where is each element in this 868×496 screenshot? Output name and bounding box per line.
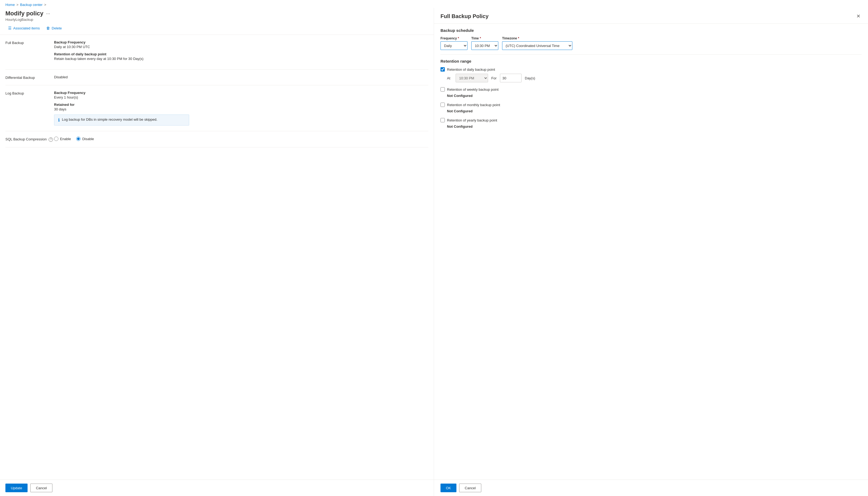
yearly-retention-item: Retention of yearly backup point Not Con… [440, 118, 862, 128]
daily-for-input[interactable] [500, 74, 522, 82]
time-label: Time * [471, 36, 498, 40]
daily-at-select[interactable]: 10:30 PM [455, 74, 488, 82]
differential-disabled-text: Disabled [54, 75, 428, 79]
yearly-not-configured: Not Configured [447, 124, 862, 128]
more-options-button[interactable]: ··· [46, 11, 50, 16]
weekly-check-row: Retention of weekly backup point [440, 87, 862, 92]
weekly-retention-item: Retention of weekly backup point Not Con… [440, 87, 862, 98]
left-header: Modify policy ··· HourlyLogBackup [0, 8, 434, 21]
update-button[interactable]: Update [5, 484, 28, 492]
associated-items-button[interactable]: ☰ Associated items [5, 24, 42, 32]
full-backup-frequency-group: Backup Frequency Daily at 10:30 PM UTC [54, 40, 428, 49]
daily-check-row: Retention of daily backup point [440, 67, 862, 72]
daily-retention-sub-row: At 10:30 PM For Day(s) [447, 74, 862, 82]
timezone-label: Timezone * [502, 36, 572, 40]
log-backup-label: Log Backup [5, 91, 54, 126]
info-icon: ℹ [58, 118, 60, 123]
daily-retention-label: Retention of daily backup point [447, 67, 495, 72]
delete-icon: 🗑 [46, 26, 50, 30]
log-backup-section: Log Backup Backup Frequency Every 1 hour… [5, 85, 428, 131]
log-backup-frequency-group: Backup Frequency Every 1 hour(s) [54, 91, 428, 99]
right-header: Full Backup Policy ✕ [434, 8, 868, 24]
monthly-retention-item: Retention of monthly backup point Not Co… [440, 103, 862, 113]
daily-retention-checkbox[interactable] [440, 67, 445, 72]
disable-radio-item[interactable]: Disable [76, 137, 94, 141]
log-backup-info-box: ℹ Log backup for DBs in simple recovery … [54, 114, 189, 126]
left-footer: Update Cancel [0, 480, 434, 496]
log-backup-retained-group: Retained for 30 days [54, 103, 428, 111]
full-backup-retention-value: Retain backup taken every day at 10:30 P… [54, 57, 428, 61]
breadcrumb-sep1: > [16, 3, 19, 7]
yearly-check-row: Retention of yearly backup point [440, 118, 862, 122]
log-backup-retained-label: Retained for [54, 103, 428, 107]
log-backup-info-text: Log backup for DBs in simple recovery mo… [62, 118, 157, 122]
right-cancel-button[interactable]: Cancel [459, 484, 481, 492]
disable-radio[interactable] [76, 137, 80, 141]
schedule-form-row: Frequency * Daily Weekly Time * [440, 36, 862, 50]
differential-backup-details: Disabled [54, 75, 428, 80]
timezone-field: Timezone * (UTC) Coordinated Universal T… [502, 36, 572, 50]
daily-day-label: Day(s) [525, 76, 535, 80]
monthly-not-configured: Not Configured [447, 109, 862, 113]
time-field: Time * 10:30 PM 10:00 PM 11:00 PM [471, 36, 498, 50]
policy-subtitle: HourlyLogBackup [5, 18, 428, 21]
daily-for-label: For [491, 76, 497, 80]
frequency-label: Frequency * [440, 36, 467, 40]
breadcrumb: Home > Backup center > [0, 0, 868, 8]
full-backup-label: Full Backup [5, 40, 54, 64]
list-icon: ☰ [8, 26, 12, 30]
monthly-retention-label: Retention of monthly backup point [447, 103, 500, 107]
timezone-select[interactable]: (UTC) Coordinated Universal Time [502, 41, 572, 50]
full-backup-frequency-label: Backup Frequency [54, 40, 428, 44]
left-content: Full Backup Backup Frequency Daily at 10… [0, 35, 434, 480]
left-panel: Modify policy ··· HourlyLogBackup ☰ Asso… [0, 8, 434, 496]
breadcrumb-home[interactable]: Home [5, 3, 15, 7]
full-backup-retention-label: Retention of daily backup point [54, 52, 428, 56]
backup-schedule-section: Backup schedule Frequency * Daily Weekly [440, 28, 862, 50]
time-select[interactable]: 10:30 PM 10:00 PM 11:00 PM [471, 41, 498, 50]
enable-radio[interactable] [54, 137, 58, 141]
daily-at-label: At [447, 76, 452, 80]
right-panel-title: Full Backup Policy [440, 13, 489, 19]
yearly-retention-checkbox[interactable] [440, 118, 445, 122]
weekly-retention-label: Retention of weekly backup point [447, 88, 498, 92]
sql-compression-section: SQL Backup Compression ? Enable Disable [5, 131, 428, 148]
log-backup-details: Backup Frequency Every 1 hour(s) Retaine… [54, 91, 428, 126]
right-footer: OK Cancel [434, 480, 868, 496]
daily-retention-item: Retention of daily backup point At 10:30… [440, 67, 862, 82]
right-panel: Full Backup Policy ✕ Backup schedule Fre… [434, 8, 868, 496]
frequency-select[interactable]: Daily Weekly [440, 41, 467, 50]
full-backup-section: Full Backup Backup Frequency Daily at 10… [5, 35, 428, 69]
monthly-check-row: Retention of monthly backup point [440, 103, 862, 107]
ok-button[interactable]: OK [440, 484, 457, 492]
full-backup-details: Backup Frequency Daily at 10:30 PM UTC R… [54, 40, 428, 64]
compression-info-icon[interactable]: ? [49, 137, 53, 142]
yearly-retention-label: Retention of yearly backup point [447, 118, 497, 122]
page-title: Modify policy ··· [5, 10, 428, 17]
breadcrumb-backup-center[interactable]: Backup center [20, 3, 42, 7]
close-button[interactable]: ✕ [855, 12, 862, 20]
breadcrumb-sep2: > [44, 3, 46, 7]
compression-radio-group: Enable Disable [54, 137, 428, 141]
toolbar: ☰ Associated items 🗑 Delete [0, 21, 434, 35]
differential-backup-label: Differential Backup [5, 75, 54, 80]
right-content: Backup schedule Frequency * Daily Weekly [434, 24, 868, 480]
left-cancel-button[interactable]: Cancel [30, 484, 53, 492]
sql-compression-label: SQL Backup Compression ? [5, 137, 54, 142]
log-backup-frequency-value: Every 1 hour(s) [54, 95, 428, 99]
full-backup-retention-group: Retention of daily backup point Retain b… [54, 52, 428, 61]
frequency-field: Frequency * Daily Weekly [440, 36, 467, 50]
weekly-not-configured: Not Configured [447, 94, 862, 98]
log-backup-frequency-label: Backup Frequency [54, 91, 428, 95]
monthly-retention-checkbox[interactable] [440, 103, 445, 107]
delete-button[interactable]: 🗑 Delete [44, 24, 64, 32]
differential-backup-section: Differential Backup Disabled [5, 69, 428, 85]
sql-compression-details: Enable Disable [54, 137, 428, 142]
retention-range-title: Retention range [440, 59, 862, 63]
enable-radio-item[interactable]: Enable [54, 137, 71, 141]
schedule-retention-divider [440, 54, 862, 55]
retention-range-section: Retention range Retention of daily backu… [440, 59, 862, 128]
full-backup-frequency-value: Daily at 10:30 PM UTC [54, 45, 428, 49]
log-backup-retained-value: 30 days [54, 107, 428, 111]
weekly-retention-checkbox[interactable] [440, 87, 445, 92]
